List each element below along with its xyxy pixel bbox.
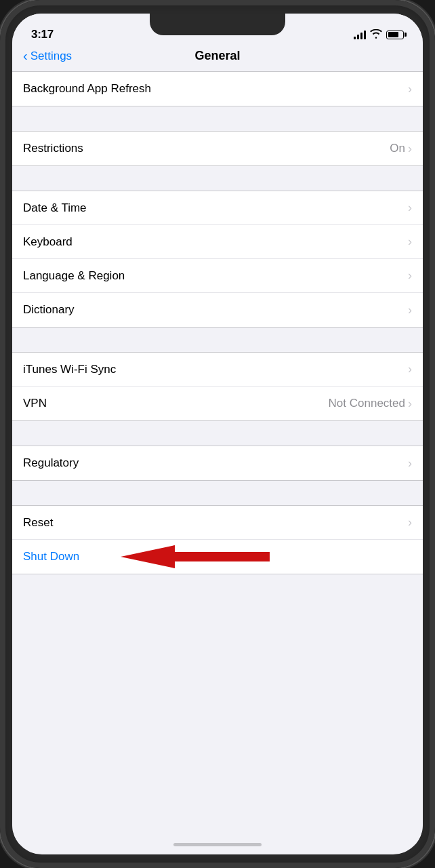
svg-marker-0 bbox=[175, 552, 270, 561]
red-arrow-annotation bbox=[121, 540, 270, 574]
background-app-refresh-label: Background App Refresh bbox=[23, 82, 151, 96]
keyboard-value: › bbox=[408, 235, 412, 249]
svg-marker-1 bbox=[121, 545, 175, 568]
shut-down-label: Shut Down bbox=[23, 550, 79, 564]
dictionary-label: Dictionary bbox=[23, 303, 75, 317]
dictionary-item[interactable]: Dictionary › bbox=[12, 293, 423, 327]
date-time-value: › bbox=[408, 201, 412, 215]
keyboard-label: Keyboard bbox=[23, 235, 72, 249]
section-5: Regulatory › bbox=[12, 446, 423, 481]
regulatory-item[interactable]: Regulatory › bbox=[12, 446, 423, 480]
page-title: General bbox=[194, 49, 240, 63]
reset-label: Reset bbox=[23, 516, 53, 530]
chevron-right-icon: › bbox=[408, 303, 412, 317]
chevron-right-icon: › bbox=[408, 235, 412, 249]
chevron-right-icon: › bbox=[408, 515, 412, 530]
vpn-value: Not Connected › bbox=[329, 397, 412, 411]
reset-value: › bbox=[408, 515, 412, 530]
itunes-wifi-sync-value: › bbox=[408, 362, 412, 376]
scroll-content: Background App Refresh › Restrictions On… bbox=[12, 71, 423, 844]
language-region-item[interactable]: Language & Region › bbox=[12, 259, 423, 293]
back-label: Settings bbox=[30, 50, 72, 63]
chevron-right-icon: › bbox=[408, 456, 412, 471]
vpn-item[interactable]: VPN Not Connected › bbox=[12, 387, 423, 420]
wifi-icon bbox=[370, 29, 382, 41]
dictionary-value: › bbox=[408, 303, 412, 317]
regulatory-label: Regulatory bbox=[23, 456, 79, 470]
chevron-right-icon: › bbox=[408, 397, 412, 411]
section-4: iTunes Wi-Fi Sync › VPN Not Connected › bbox=[12, 352, 423, 421]
home-indicator bbox=[173, 843, 262, 846]
chevron-right-icon: › bbox=[408, 201, 412, 215]
chevron-right-icon: › bbox=[408, 82, 412, 96]
restrictions-label: Restrictions bbox=[23, 142, 83, 155]
section-2: Restrictions On › bbox=[12, 131, 423, 166]
regulatory-value: › bbox=[408, 456, 412, 471]
language-region-label: Language & Region bbox=[23, 269, 125, 283]
restrictions-value: On › bbox=[390, 142, 412, 156]
back-button[interactable]: ‹ Settings bbox=[23, 48, 72, 64]
date-time-item[interactable]: Date & Time › bbox=[12, 191, 423, 225]
vpn-status: Not Connected bbox=[329, 397, 405, 410]
chevron-right-icon: › bbox=[408, 362, 412, 376]
section-6: Reset › Shut Down bbox=[12, 505, 423, 574]
nav-header: ‹ Settings General bbox=[12, 46, 423, 71]
section-1: Background App Refresh › bbox=[12, 71, 423, 106]
itunes-wifi-sync-item[interactable]: iTunes Wi-Fi Sync › bbox=[12, 353, 423, 387]
background-app-refresh-value: › bbox=[408, 82, 412, 96]
chevron-right-icon: › bbox=[408, 269, 412, 283]
date-time-label: Date & Time bbox=[23, 201, 87, 215]
status-time: 3:17 bbox=[31, 28, 54, 41]
restrictions-item[interactable]: Restrictions On › bbox=[12, 132, 423, 165]
status-icons bbox=[354, 29, 404, 41]
keyboard-item[interactable]: Keyboard › bbox=[12, 225, 423, 259]
signal-bars-icon bbox=[354, 30, 366, 39]
red-arrow-icon bbox=[121, 540, 270, 574]
reset-item[interactable]: Reset › bbox=[12, 506, 423, 540]
itunes-wifi-sync-label: iTunes Wi-Fi Sync bbox=[23, 363, 116, 376]
shut-down-item[interactable]: Shut Down bbox=[12, 540, 423, 574]
vpn-label: VPN bbox=[23, 397, 47, 410]
background-app-refresh-item[interactable]: Background App Refresh › bbox=[12, 72, 423, 106]
language-region-value: › bbox=[408, 269, 412, 283]
back-chevron-icon: ‹ bbox=[23, 48, 28, 64]
restrictions-status: On bbox=[390, 142, 405, 155]
battery-icon bbox=[386, 31, 404, 39]
section-3: Date & Time › Keyboard › Language & Regi… bbox=[12, 191, 423, 328]
chevron-right-icon: › bbox=[408, 142, 412, 156]
